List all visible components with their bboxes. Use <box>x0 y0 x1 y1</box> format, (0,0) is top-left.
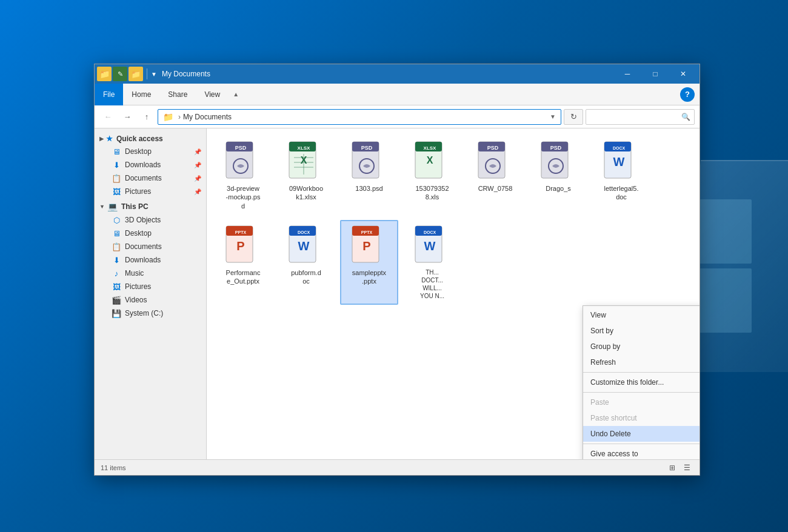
file-item-drago[interactable]: PSD Drago_s <box>529 136 587 215</box>
sidebar-quick-access-header[interactable]: ▶ ★ Quick access <box>95 131 206 145</box>
ctx-customize[interactable]: Customize this folder... <box>583 374 700 390</box>
file-item-153079[interactable]: XLSX X 1530793528.xls <box>403 136 461 215</box>
ctx-paste-shortcut: Paste shortcut <box>583 410 700 426</box>
desktop-pc-icon: 🖥 <box>112 228 121 238</box>
3d-objects-icon: ⬡ <box>112 215 121 225</box>
ctx-sort-by[interactable]: Sort by › <box>583 323 700 339</box>
this-pc-expand-icon: ▼ <box>99 204 105 210</box>
sidebar-item-desktop-pc[interactable]: 🖥 Desktop <box>95 227 206 240</box>
svg-text:W: W <box>613 155 625 168</box>
file-icon-pubform: DOCX W <box>288 225 324 266</box>
path-chevron: › <box>178 113 181 121</box>
pin-icon-pictures: 📌 <box>194 188 201 195</box>
file-item-crw[interactable]: PSD CRW_0758 <box>466 136 524 215</box>
file-name-pubform: pubform.doc <box>291 268 321 286</box>
pin-icon-documents: 📌 <box>194 175 201 182</box>
forward-button[interactable]: → <box>119 108 136 125</box>
pin-icon-desktop: 📌 <box>194 148 201 155</box>
titlebar-folder2-icon: 📁 <box>129 67 143 81</box>
ribbon-expand-icon[interactable]: ▲ <box>229 84 243 105</box>
search-box[interactable]: 🔍 <box>586 109 695 125</box>
titlebar-dropdown-icon[interactable]: ▼ <box>151 71 157 78</box>
sidebar-item-downloads-pc[interactable]: ⬇ Downloads <box>95 253 206 267</box>
tab-file[interactable]: File <box>95 84 123 105</box>
search-icon: 🔍 <box>681 113 690 121</box>
svg-text:PSD: PSD <box>235 145 247 151</box>
tab-home[interactable]: Home <box>123 84 159 105</box>
svg-text:DOCX: DOCX <box>298 230 310 234</box>
ctx-separator-3 <box>583 444 700 444</box>
view-large-icons-button[interactable]: ⊞ <box>666 462 679 474</box>
file-name-letterlegal: letterlegal5.doc <box>604 184 639 202</box>
titlebar-edit-icon: ✎ <box>113 67 127 81</box>
downloads-pc-icon: ⬇ <box>112 255 121 265</box>
up-button[interactable]: ↑ <box>138 108 155 125</box>
ctx-separator-1 <box>583 372 700 373</box>
window-title: My Documents <box>162 70 613 78</box>
ctx-separator-2 <box>583 392 700 393</box>
svg-text:DOCX: DOCX <box>424 230 436 234</box>
close-button[interactable]: ✕ <box>669 64 697 84</box>
file-name-drago: Drago_s <box>546 184 571 193</box>
titlebar-folder-icon: 📁 <box>97 67 112 81</box>
window-controls: ─ □ ✕ <box>613 64 697 84</box>
file-icon-letterlegal: DOCX W <box>603 141 639 182</box>
ctx-undo-delete[interactable]: Undo Delete Ctrl+Z <box>583 426 700 442</box>
sidebar-item-3dobjects[interactable]: ⬡ 3D Objects <box>95 213 206 227</box>
ctx-give-access[interactable]: Give access to › <box>583 446 700 459</box>
file-name-1303: 1303.psd <box>355 184 382 193</box>
address-path[interactable]: 📁 › My Documents ▼ <box>158 109 561 125</box>
svg-text:PPTX: PPTX <box>361 230 373 234</box>
sidebar-item-videos[interactable]: 🎬 Videos <box>95 293 206 307</box>
sidebar-item-system-c[interactable]: 💾 System (C:) <box>95 307 206 320</box>
status-view-icons: ⊞ ☰ <box>666 462 693 474</box>
file-area: PSD 3d-preview-mockup.psd XLSX <box>207 128 700 459</box>
file-icon-workbook: XLSX X <box>288 141 324 182</box>
sidebar-item-documents-pc[interactable]: 📋 Documents <box>95 240 206 253</box>
desktop-icon: 🖥 <box>112 147 121 156</box>
file-item-th-doc[interactable]: DOCX W TH...DOCT...WILL...YOU N... <box>403 220 461 305</box>
ctx-view-label: View <box>590 311 606 319</box>
ctx-paste: Paste <box>583 394 700 410</box>
ribbon: File Home Share View ▲ ? <box>95 84 700 105</box>
view-details-button[interactable]: ☰ <box>680 462 693 474</box>
sidebar-item-documents-quick[interactable]: 📋 Documents 📌 <box>95 171 206 185</box>
refresh-address-button[interactable]: ↻ <box>564 109 583 125</box>
context-menu: View › Sort by › Group by › Refresh Cust… <box>583 305 700 459</box>
file-icon-153079: XLSX X <box>414 141 450 182</box>
tab-share[interactable]: Share <box>159 84 196 105</box>
file-item-3d-preview[interactable]: PSD 3d-preview-mockup.psd <box>214 136 272 215</box>
tab-view[interactable]: View <box>196 84 229 105</box>
minimize-button[interactable]: ─ <box>613 64 641 84</box>
path-dropdown-icon[interactable]: ▼ <box>550 113 556 120</box>
sidebar-item-music[interactable]: ♪ Music <box>95 267 206 280</box>
sidebar-this-pc-header[interactable]: ▼ 💻 This PC <box>95 198 206 213</box>
file-item-samplepptx[interactable]: PPTX P samplepptx.pptx <box>340 220 398 305</box>
maximize-button[interactable]: □ <box>641 64 669 84</box>
svg-text:X: X <box>427 155 433 165</box>
ctx-group-by[interactable]: Group by › <box>583 339 700 354</box>
sidebar-this-pc-label: This PC <box>121 202 149 211</box>
sidebar-item-downloads-quick[interactable]: ⬇ Downloads 📌 <box>95 158 206 171</box>
file-name-workbook: 09Workbook1.xlsx <box>289 184 323 202</box>
sidebar-item-pictures-quick[interactable]: 🖼 Pictures 📌 <box>95 185 206 198</box>
explorer-window: 📁 ✎ 📁 ▼ My Documents ─ □ ✕ File Home Sha… <box>94 64 700 476</box>
ctx-paste-shortcut-label: Paste shortcut <box>590 414 637 422</box>
file-item-workbook[interactable]: XLSX X 09Workbook1.xlsx <box>277 136 335 215</box>
path-location: My Documents <box>183 113 232 121</box>
ctx-refresh-label: Refresh <box>590 358 616 367</box>
ctx-view[interactable]: View › <box>583 307 700 323</box>
file-item-performance[interactable]: PPTX P Performance_Out.pptx <box>214 220 272 305</box>
sidebar-item-desktop-quick[interactable]: 🖥 Desktop 📌 <box>95 145 206 158</box>
back-button[interactable]: ← <box>99 108 116 125</box>
svg-text:PSD: PSD <box>487 145 499 151</box>
ctx-sort-by-label: Sort by <box>590 327 613 335</box>
file-item-pubform[interactable]: DOCX W pubform.doc <box>277 220 335 305</box>
svg-text:P: P <box>362 239 370 253</box>
help-button[interactable]: ? <box>680 87 695 102</box>
sidebar-item-pictures-pc[interactable]: 🖼 Pictures <box>95 280 206 293</box>
file-item-letterlegal[interactable]: DOCX W letterlegal5.doc <box>592 136 650 215</box>
address-bar: ← → ↑ 📁 › My Documents ▼ ↻ 🔍 <box>95 105 700 128</box>
ctx-refresh[interactable]: Refresh <box>583 354 700 370</box>
file-item-1303[interactable]: PSD 1303.psd <box>340 136 398 215</box>
